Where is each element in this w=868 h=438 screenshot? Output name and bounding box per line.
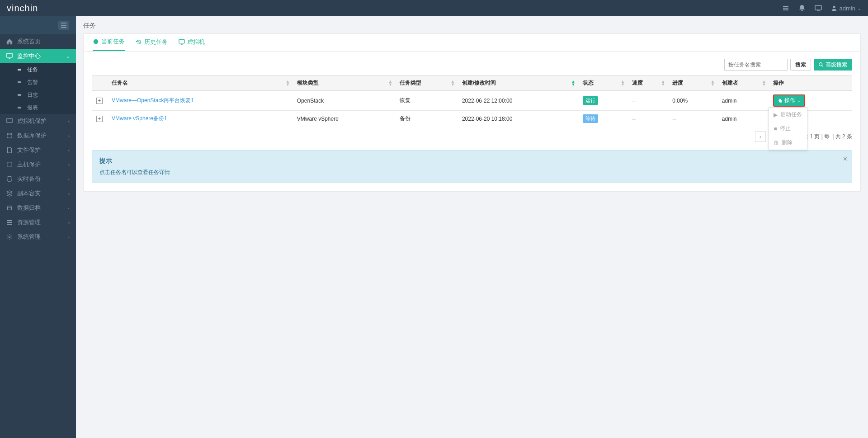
sidebar-item-label: 数据库保护 xyxy=(17,132,47,140)
sidebar: 系统首页监控中心⌄任务告警日志报表虚拟机保护‹数据库保护‹文件保护‹主机保护‹实… xyxy=(0,16,76,197)
chevron-down-icon: ⌄ xyxy=(858,6,861,11)
tab-history[interactable]: 历史任务 xyxy=(136,38,168,51)
user-name: admin xyxy=(840,5,855,12)
cell-speed: -- xyxy=(627,91,668,111)
monitor-icon xyxy=(6,53,13,59)
sidebar-subitem-label: 任务 xyxy=(27,66,38,74)
sort-icon: ▲▼ xyxy=(661,80,665,86)
sidebar-subitem-1[interactable]: 告警 xyxy=(0,76,76,89)
chevron-icon: ‹ xyxy=(68,162,70,167)
user-menu[interactable]: admin ⌄ xyxy=(831,5,861,12)
svg-rect-4 xyxy=(18,81,21,83)
play-icon: ▶ xyxy=(774,112,778,118)
cell-module: VMware vSphere xyxy=(292,111,395,127)
task-name-link[interactable]: VMware vSphere备份1 xyxy=(112,115,167,122)
dropdown-item[interactable]: ■停止 xyxy=(769,122,807,136)
vm-icon xyxy=(6,118,13,124)
sidebar-item-1[interactable]: 监控中心⌄ xyxy=(0,49,76,63)
dot-icon xyxy=(16,66,23,73)
host-icon xyxy=(6,161,13,168)
expand-button[interactable]: + xyxy=(96,98,103,104)
column-header[interactable]: 状态▲▼ xyxy=(578,75,628,91)
list-icon[interactable] xyxy=(782,5,789,12)
pager: ‹ › 共 1 页 | 每 | 共 2 条 xyxy=(84,127,860,146)
layers-icon xyxy=(6,190,13,197)
chevron-icon: ⌄ xyxy=(66,54,70,59)
alert-close-icon[interactable]: × xyxy=(843,155,847,163)
pager-text: | 共 2 条 xyxy=(832,133,852,141)
chevron-icon: ‹ xyxy=(68,177,70,182)
cell-progress: 0.00% xyxy=(668,91,717,111)
task-name-link[interactable]: VMware—OpenStack跨平台恢复1 xyxy=(112,97,194,104)
topbar: vinchin admin ⌄ xyxy=(0,0,868,16)
search-button[interactable]: 搜索 xyxy=(790,59,811,71)
advanced-search-button[interactable]: 高级搜索 xyxy=(814,59,852,71)
chevron-icon: ‹ xyxy=(68,148,70,153)
sidebar-item-0[interactable]: 系统首页 xyxy=(0,34,76,49)
tab-current[interactable]: 当前任务 xyxy=(93,38,125,51)
search-icon xyxy=(819,62,824,67)
sidebar-item-5[interactable]: 主机保护‹ xyxy=(0,157,76,172)
sort-icon: ▲▼ xyxy=(711,80,715,86)
column-header[interactable]: 模块类型▲▼ xyxy=(292,75,395,91)
action-label: 操作 xyxy=(784,97,795,104)
tab-label: 虚拟机 xyxy=(187,38,205,46)
sidebar-subitem-label: 日志 xyxy=(27,91,38,99)
sidebar-subitem-label: 告警 xyxy=(27,79,38,86)
monitor-icon xyxy=(179,39,185,45)
dropdown-label: 停止 xyxy=(780,125,791,132)
column-header[interactable]: 操作 xyxy=(769,75,852,91)
action-dropdown: ▶启动任务■停止🗑删除 xyxy=(769,107,807,150)
panel: 当前任务 历史任务 虚拟机 搜索 高级搜索 任务名▲▼模块类型▲▼任务类型▲▼创… xyxy=(83,33,861,192)
alert-tip: 提示 点击任务名可以查看任务详情 × xyxy=(92,150,852,183)
column-header[interactable]: 进度▲▼ xyxy=(668,75,717,91)
sort-icon: ▲▼ xyxy=(621,80,625,86)
chevron-icon: ‹ xyxy=(68,119,70,124)
column-header[interactable]: 创建/修改时间▲▼ xyxy=(458,75,578,91)
cell-module: OpenStack xyxy=(292,91,395,111)
action-button[interactable]: 操作⌄ xyxy=(773,94,805,107)
brand-text: vinchin xyxy=(7,3,38,13)
column-header[interactable]: 任务类型▲▼ xyxy=(395,75,458,91)
history-icon xyxy=(136,39,142,45)
sidebar-subitem-0[interactable]: 任务 xyxy=(0,63,76,76)
svg-rect-3 xyxy=(18,69,21,71)
sort-icon: ▲▼ xyxy=(571,80,576,86)
sidebar-item-3[interactable]: 数据库保护‹ xyxy=(0,128,76,143)
bell-icon[interactable] xyxy=(798,5,806,12)
sidebar-item-label: 文件保护 xyxy=(17,146,41,154)
column-header[interactable]: 创建者▲▼ xyxy=(717,75,769,91)
screen-icon[interactable] xyxy=(815,5,822,12)
pager-prev[interactable]: ‹ xyxy=(755,131,766,142)
cell-action: 操作⌄▶启动任务■停止🗑删除 xyxy=(769,91,852,111)
sidebar-toggle-button[interactable] xyxy=(58,21,69,30)
cell-speed: -- xyxy=(627,111,668,127)
tab-label: 历史任务 xyxy=(144,38,168,46)
search-input[interactable] xyxy=(724,59,788,71)
sidebar-subitem-2[interactable]: 日志 xyxy=(0,89,76,101)
dropdown-item[interactable]: ▶启动任务 xyxy=(769,108,807,122)
sidebar-subitem-3[interactable]: 报表 xyxy=(0,101,76,114)
alert-body: 点击任务名可以查看任务详情 xyxy=(99,169,844,176)
column-header[interactable]: 任务名▲▼ xyxy=(107,75,292,91)
sidebar-item-6[interactable]: 实时备份‹ xyxy=(0,172,76,186)
svg-rect-0 xyxy=(815,5,821,10)
chevron-icon: ‹ xyxy=(68,191,70,196)
table-row: + VMware—OpenStack跨平台恢复1 OpenStack 恢复 20… xyxy=(92,91,852,111)
table-toolbar: 搜索 高级搜索 xyxy=(84,52,860,75)
column-header[interactable]: 速度▲▼ xyxy=(627,75,668,91)
cell-type: 恢复 xyxy=(395,91,458,111)
column-header[interactable] xyxy=(92,75,107,91)
sidebar-item-4[interactable]: 文件保护‹ xyxy=(0,143,76,157)
sort-icon: ▲▼ xyxy=(762,80,766,86)
brand-logo: vinchin xyxy=(7,3,38,14)
dropdown-item[interactable]: 🗑删除 xyxy=(769,136,807,150)
tab-vm[interactable]: 虚拟机 xyxy=(179,38,205,51)
topbar-right: admin ⌄ xyxy=(782,5,861,12)
sort-icon: ▲▼ xyxy=(388,80,392,86)
advanced-search-label: 高级搜索 xyxy=(826,61,847,69)
expand-button[interactable]: + xyxy=(96,116,103,122)
sidebar-item-2[interactable]: 虚拟机保护‹ xyxy=(0,114,76,128)
sidebar-item-label: 虚拟机保护 xyxy=(17,117,47,125)
sidebar-item-7[interactable]: 副本容灾‹ xyxy=(0,186,76,197)
